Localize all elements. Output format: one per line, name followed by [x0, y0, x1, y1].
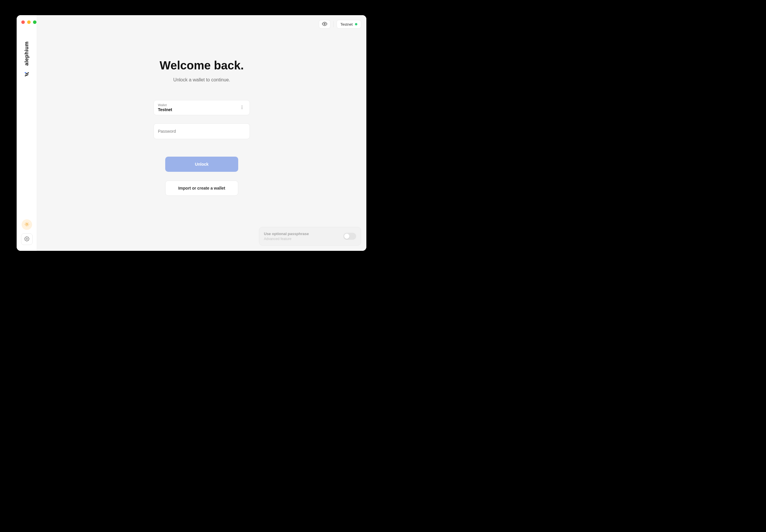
main-area: Testnet Welcome back. Unlock a wallet to…	[37, 15, 366, 251]
brand-name: alephium	[24, 41, 30, 66]
wallet-field-label: Wallet	[158, 103, 172, 107]
theme-toggle-button[interactable]	[22, 219, 32, 230]
svg-line-10	[25, 225, 25, 226]
wallet-selector[interactable]: Wallet Testnet	[153, 100, 250, 115]
close-window-button[interactable]	[21, 20, 25, 24]
sun-icon	[24, 222, 29, 228]
maximize-window-button[interactable]	[33, 20, 36, 24]
svg-rect-0	[25, 72, 26, 73]
password-field[interactable]	[153, 123, 250, 139]
topbar: Testnet	[319, 20, 361, 29]
passphrase-title: Use optional passphrase	[264, 232, 309, 236]
wallet-field-value: Testnet	[158, 107, 172, 112]
svg-line-7	[28, 225, 28, 226]
minimize-window-button[interactable]	[27, 20, 31, 24]
unlock-form: Wallet Testnet	[153, 100, 250, 139]
svg-point-15	[242, 107, 242, 107]
svg-point-14	[242, 106, 242, 106]
svg-point-13	[324, 23, 326, 25]
window-controls	[21, 20, 36, 24]
unlock-button[interactable]: Unlock	[165, 157, 238, 172]
brand-logo-icon	[23, 71, 30, 78]
toggle-knob-icon	[344, 234, 349, 239]
sidebar: alephium	[17, 15, 37, 251]
settings-button[interactable]	[21, 233, 33, 245]
visibility-toggle-button[interactable]	[319, 20, 330, 29]
status-dot-icon	[355, 23, 357, 25]
app-window: alephium	[17, 15, 366, 251]
svg-point-3	[26, 223, 28, 225]
svg-rect-2	[25, 74, 28, 76]
page-title: Welcome back.	[160, 59, 244, 72]
more-vertical-icon	[240, 105, 244, 111]
import-create-button[interactable]: Import or create a wallet	[165, 181, 238, 196]
network-selector[interactable]: Testnet	[337, 20, 361, 29]
content: Welcome back. Unlock a wallet to continu…	[37, 15, 366, 196]
gear-icon	[24, 236, 29, 242]
password-input[interactable]	[158, 129, 246, 134]
network-label: Testnet	[340, 22, 353, 27]
action-buttons: Unlock Import or create a wallet	[165, 157, 238, 196]
passphrase-card: Use optional passphrase Advanced feature	[259, 227, 361, 246]
page-subtitle: Unlock a wallet to continue.	[173, 77, 230, 83]
topbar-divider	[333, 21, 334, 27]
svg-point-12	[26, 238, 27, 239]
wallet-options-button[interactable]	[239, 104, 246, 111]
eye-icon	[322, 21, 327, 27]
passphrase-toggle[interactable]	[343, 233, 356, 240]
svg-point-16	[242, 108, 242, 109]
passphrase-subtitle: Advanced feature	[264, 237, 309, 241]
